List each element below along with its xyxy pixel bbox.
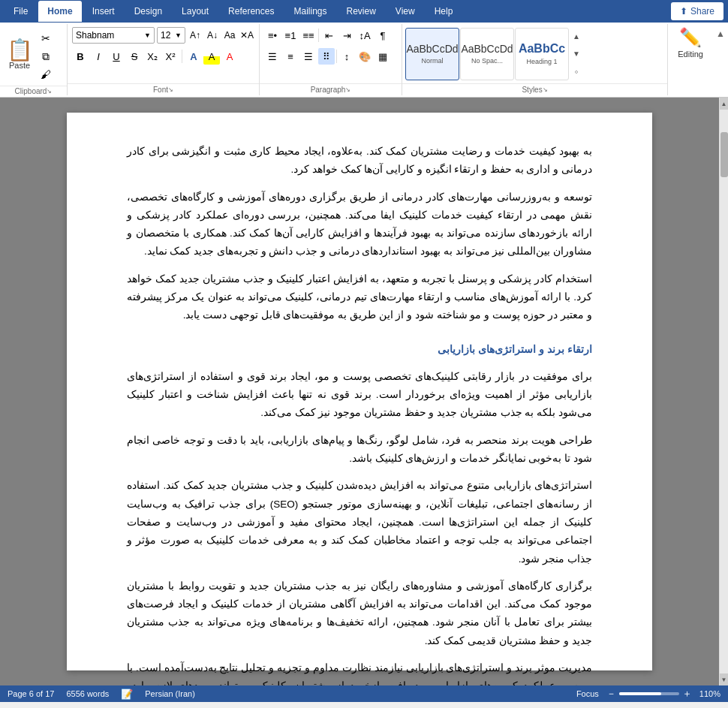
document-page: به بهبود کیفیت خدمات و رضایت مشتریان کمک… xyxy=(67,113,652,670)
font-size-chevron: ▼ xyxy=(175,32,182,39)
increase-indent-button[interactable]: ⇥ xyxy=(338,27,355,44)
focus-label[interactable]: Focus xyxy=(576,689,599,698)
superscript-button[interactable]: X² xyxy=(162,48,179,65)
underline-button[interactable]: U xyxy=(108,48,125,65)
tab-references[interactable]: References xyxy=(219,1,283,22)
align-left-button[interactable]: ☰ xyxy=(264,48,281,65)
editing-section: ✏️ Editing xyxy=(668,24,713,95)
paragraph-2: توسعه و به‌روزرسانی مهارت‌های کادر درمان… xyxy=(127,188,592,261)
subscript-button[interactable]: X₂ xyxy=(144,48,161,65)
numbering-button[interactable]: ≡1 xyxy=(282,27,299,44)
style-heading1[interactable]: AaBbCc Heading 1 xyxy=(515,28,569,80)
styles-scroll-down[interactable]: ▼ xyxy=(571,46,582,62)
status-bar: Page 6 of 17 6556 words 📝 Persian (Iran)… xyxy=(0,685,728,702)
font-name-value: Shabnam xyxy=(76,30,114,41)
zoom-slider[interactable] xyxy=(619,692,679,695)
strikethrough-button[interactable]: S xyxy=(126,48,143,65)
cut-button[interactable]: ✂ xyxy=(38,30,54,47)
word-count: 6556 words xyxy=(66,689,109,698)
justify-button[interactable]: ⠿ xyxy=(318,48,335,65)
tab-layout[interactable]: Layout xyxy=(173,1,218,22)
zoom-controls[interactable]: － ＋ xyxy=(606,687,692,700)
share-icon: ⬆ xyxy=(680,6,687,17)
align-right-button[interactable]: ☰ xyxy=(300,48,317,65)
share-button[interactable]: ⬆ Share xyxy=(671,2,723,20)
decrease-indent-button[interactable]: ⇤ xyxy=(320,27,337,44)
styles-dropdown[interactable]: ⬦ xyxy=(571,63,582,80)
paragraph-5: طراحی هویت برند منحصر به فرد، شامل لوگو،… xyxy=(127,432,592,468)
ribbon-collapse-button[interactable]: ▲ xyxy=(716,29,725,39)
align-center-button[interactable]: ≡ xyxy=(282,48,299,65)
clear-formatting-button[interactable]: ✕A xyxy=(239,28,254,43)
font-increase-button[interactable]: A↑ xyxy=(188,28,203,43)
font-group-label: Font xyxy=(153,86,168,94)
shading-button[interactable]: 🎨 xyxy=(356,48,373,65)
tab-help[interactable]: Help xyxy=(426,1,462,22)
text-effects-button[interactable]: A xyxy=(185,48,202,65)
scroll-up-button[interactable]: ▲ xyxy=(720,98,729,110)
editing-label: Editing xyxy=(678,50,703,59)
tab-mailings[interactable]: Mailings xyxy=(284,1,335,22)
tab-insert[interactable]: Insert xyxy=(83,1,124,22)
paste-button[interactable]: 📋 Paste xyxy=(3,38,36,71)
paragraph-group-label: Paragraph xyxy=(311,86,346,94)
sort-button[interactable]: ↕A xyxy=(356,27,373,44)
copy-button[interactable]: ⧉ xyxy=(38,48,54,65)
font-color-button[interactable]: A xyxy=(221,48,238,65)
tab-view[interactable]: View xyxy=(387,1,424,22)
page-info: Page 6 of 17 xyxy=(8,689,54,698)
vertical-scrollbar[interactable]: ▲ ▼ xyxy=(719,98,728,685)
paragraph-6: استراتژی‌های بازاریابی متنوع می‌تواند به… xyxy=(127,477,592,568)
ribbon-collapse-section: ▲ xyxy=(713,24,728,95)
borders-button[interactable]: ▦ xyxy=(375,48,391,65)
style-normal-label: Normal xyxy=(421,57,443,65)
font-divider xyxy=(182,50,182,63)
change-case-button[interactable]: Aa xyxy=(222,28,237,43)
paragraph-7: برگزاری کارگاه‌های آموزشی و مشاوره‌های ر… xyxy=(127,577,592,650)
multilevel-list-button[interactable]: ≡≡ xyxy=(300,27,317,44)
zoom-in-button[interactable]: ＋ xyxy=(682,687,692,700)
paragraph-8: مدیریت موثر برند و استراتژی‌های بازاریاب… xyxy=(127,659,592,685)
styles-scroll-up[interactable]: ▲ xyxy=(571,29,582,45)
para-divider2 xyxy=(336,50,337,63)
style-no-spacing-preview: AaBbCcDd xyxy=(461,44,513,54)
language-indicator[interactable]: Persian (Iran) xyxy=(145,689,195,698)
para-divider1 xyxy=(318,29,319,42)
bullets-button[interactable]: ≡• xyxy=(264,27,281,44)
paragraph-4: برای موفقیت در بازار رقابتی کلینیک‌های ت… xyxy=(127,368,592,423)
clipboard-group-label: Clipboard xyxy=(15,87,47,95)
line-spacing-button[interactable]: ↕ xyxy=(338,48,355,65)
paragraph-expand-icon[interactable]: ↘ xyxy=(345,86,350,93)
format-painter-button[interactable]: 🖌 xyxy=(38,66,54,83)
font-expand-icon[interactable]: ↘ xyxy=(168,86,173,93)
font-decrease-button[interactable]: A↓ xyxy=(205,28,220,43)
editing-icon: ✏️ xyxy=(679,27,702,48)
paste-icon: 📋 xyxy=(7,40,33,61)
styles-expand-icon[interactable]: ↘ xyxy=(543,86,548,93)
italic-button[interactable]: I xyxy=(90,48,107,65)
clipboard-expand-icon[interactable]: ↘ xyxy=(47,88,52,95)
paste-label: Paste xyxy=(9,61,30,70)
scroll-down-button[interactable]: ▼ xyxy=(720,673,729,685)
font-size-value: 12 xyxy=(161,30,170,41)
spelling-icon[interactable]: 📝 xyxy=(121,688,133,700)
show-formatting-button[interactable]: ¶ xyxy=(375,27,391,44)
styles-group-label: Styles xyxy=(522,86,542,94)
scroll-thumb[interactable] xyxy=(720,132,728,177)
paragraph-1: به بهبود کیفیت خدمات و رضایت مشتریان کمک… xyxy=(127,143,592,179)
font-size-dropdown[interactable]: 12 ▼ xyxy=(157,27,185,44)
scroll-track[interactable] xyxy=(720,110,729,673)
tab-home[interactable]: Home xyxy=(38,1,81,22)
document-content: به بهبود کیفیت خدمات و رضایت مشتریان کمک… xyxy=(127,143,592,685)
font-name-dropdown[interactable]: Shabnam ▼ xyxy=(72,27,155,44)
style-normal[interactable]: AaBbCcDd Normal xyxy=(405,28,459,80)
zoom-level[interactable]: 110% xyxy=(699,689,720,698)
tab-file[interactable]: File xyxy=(5,1,37,22)
bold-button[interactable]: B xyxy=(72,48,89,65)
text-highlight-button[interactable]: A xyxy=(203,48,220,65)
tab-review[interactable]: Review xyxy=(337,1,384,22)
zoom-out-button[interactable]: － xyxy=(606,687,616,700)
style-no-spacing[interactable]: AaBbCcDd No Spac... xyxy=(460,28,514,80)
paragraph-3: استخدام کادر پزشکی و پرسنل با تجربه و مت… xyxy=(127,270,592,325)
tab-design[interactable]: Design xyxy=(125,1,171,22)
